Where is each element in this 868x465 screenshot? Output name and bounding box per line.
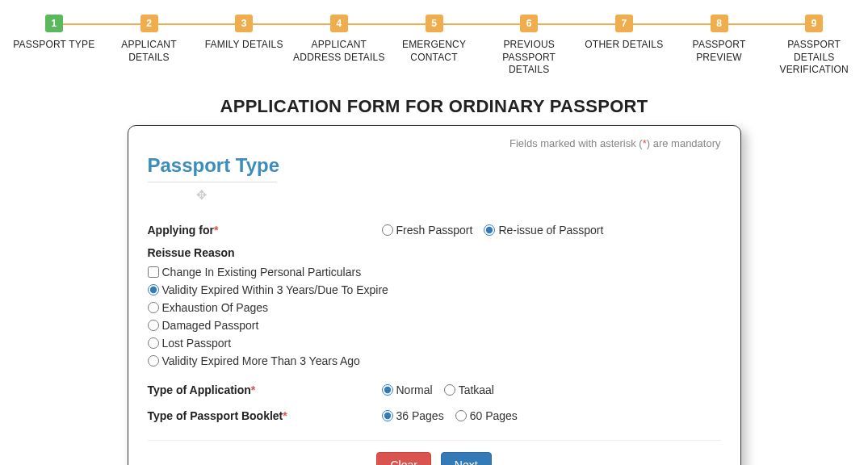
option-label: Lost Passport: [162, 337, 232, 350]
option-reissue-passport[interactable]: Re-issue of Passport: [484, 224, 603, 237]
stepper: 1 PASSPORT TYPE 2 APPLICANT DETAILS 3 FA…: [0, 0, 868, 77]
radio-36-pages[interactable]: [382, 410, 393, 421]
option-label: Tatkaal: [459, 383, 494, 396]
step-passport-type[interactable]: 1 PASSPORT TYPE: [6, 15, 102, 77]
radio-tatkaal[interactable]: [444, 384, 455, 396]
step-number: 3: [235, 15, 253, 32]
option-change-particulars[interactable]: Change In Existing Personal Particulars: [148, 266, 721, 279]
list-reissue-reason: Change In Existing Personal Particulars …: [148, 266, 721, 367]
option-label: Fresh Passport: [396, 224, 473, 237]
option-label: Exhaustion Of Pages: [162, 301, 269, 314]
clear-button[interactable]: Clear: [376, 452, 430, 465]
label-applying-for: Applying for*: [148, 224, 382, 237]
radio-fresh-passport[interactable]: [382, 224, 393, 236]
row-app-type: Type of Application* Normal Tatkaal: [148, 375, 721, 401]
radio-validity-expired-3yr[interactable]: [148, 284, 159, 295]
option-lost-passport[interactable]: Lost Passport: [148, 337, 721, 350]
form-panel: Fields marked with asterisk (*) are mand…: [128, 125, 741, 465]
step-label: EMERGENCY CONTACT: [387, 39, 482, 64]
step-label: PASSPORT PREVIEW: [672, 39, 767, 64]
option-fresh-passport[interactable]: Fresh Passport: [382, 224, 473, 237]
group-reissue-reason: Reissue Reason Change In Existing Person…: [148, 241, 721, 375]
radio-validity-expired-more-3yr[interactable]: [148, 355, 159, 367]
section-heading: Passport Type: [148, 154, 280, 177]
form-actions: Clear Next: [148, 449, 721, 465]
radio-lost-passport[interactable]: [148, 337, 159, 349]
option-label: Re-issue of Passport: [498, 224, 603, 237]
option-label: 60 Pages: [470, 409, 518, 422]
row-applying-for: Applying for* Fresh Passport Re-issue of…: [148, 203, 721, 241]
step-label: APPLICANT DETAILS: [102, 39, 197, 64]
option-60-pages[interactable]: 60 Pages: [455, 409, 518, 422]
checkbox-change-particulars[interactable]: [148, 266, 159, 278]
radio-reissue-passport[interactable]: [484, 224, 495, 236]
option-36-pages[interactable]: 36 Pages: [382, 409, 444, 422]
option-label: Normal: [396, 383, 433, 396]
option-validity-expired-more-3yr[interactable]: Validity Expired More Than 3 Years Ago: [148, 354, 721, 367]
label-text: Type of Application: [148, 383, 251, 396]
controls-applying-for: Fresh Passport Re-issue of Passport: [382, 224, 721, 237]
step-number: 6: [520, 15, 538, 32]
option-normal[interactable]: Normal: [382, 383, 433, 396]
label-text: Type of Passport Booklet: [148, 409, 283, 422]
option-validity-expired-3yr[interactable]: Validity Expired Within 3 Years/Due To E…: [148, 283, 721, 296]
step-label: PASSPORT DETAILS VERIFICATION: [766, 39, 862, 77]
option-exhaustion-pages[interactable]: Exhaustion Of Pages: [148, 301, 721, 314]
next-button[interactable]: Next: [441, 452, 492, 465]
step-label: FAMILY DETAILS: [203, 39, 285, 52]
step-number: 9: [805, 15, 823, 32]
step-number: 1: [45, 15, 63, 32]
step-label: PASSPORT TYPE: [11, 39, 96, 52]
step-number: 4: [330, 15, 348, 32]
radio-exhaustion-pages[interactable]: [148, 302, 159, 313]
required-asterisk: *: [283, 409, 287, 422]
option-label: Validity Expired Within 3 Years/Due To E…: [162, 283, 388, 296]
label-text: Applying for: [148, 224, 214, 237]
step-number: 5: [426, 15, 443, 32]
heading-reissue-reason: Reissue Reason: [148, 241, 721, 266]
controls-booklet: 36 Pages 60 Pages: [382, 409, 721, 422]
controls-app-type: Normal Tatkaal: [382, 383, 721, 396]
move-icon: ✥: [196, 187, 207, 203]
step-number: 8: [711, 15, 728, 32]
option-damaged-passport[interactable]: Damaged Passport: [148, 319, 721, 332]
label-app-type: Type of Application*: [148, 383, 382, 396]
step-label: APPLICANT ADDRESS DETAILS: [291, 39, 387, 64]
page-title: APPLICATION FORM FOR ORDINARY PASSPORT: [0, 96, 868, 117]
mandatory-note: Fields marked with asterisk (*) are mand…: [148, 137, 721, 149]
step-number: 2: [140, 15, 158, 32]
label-booklet: Type of Passport Booklet*: [148, 409, 382, 422]
mandatory-note-post: ) are mandatory: [647, 137, 721, 149]
required-asterisk: *: [251, 383, 255, 396]
heading-divider: [148, 182, 277, 182]
option-label: Damaged Passport: [162, 319, 259, 332]
radio-damaged-passport[interactable]: [148, 320, 159, 331]
option-tatkaal[interactable]: Tatkaal: [444, 383, 494, 396]
option-label: Change In Existing Personal Particulars: [162, 266, 362, 279]
row-booklet: Type of Passport Booklet* 36 Pages 60 Pa…: [148, 401, 721, 427]
form-divider: [148, 440, 721, 441]
step-label: PREVIOUS PASSPORT DETAILS: [481, 39, 577, 77]
mandatory-note-pre: Fields marked with asterisk (: [509, 137, 643, 149]
radio-60-pages[interactable]: [455, 410, 467, 421]
option-label: 36 Pages: [396, 409, 444, 422]
radio-normal[interactable]: [382, 384, 393, 396]
required-asterisk: *: [214, 224, 218, 237]
step-label: OTHER DETAILS: [583, 39, 665, 52]
option-label: Validity Expired More Than 3 Years Ago: [162, 354, 360, 367]
step-number: 7: [615, 15, 633, 32]
